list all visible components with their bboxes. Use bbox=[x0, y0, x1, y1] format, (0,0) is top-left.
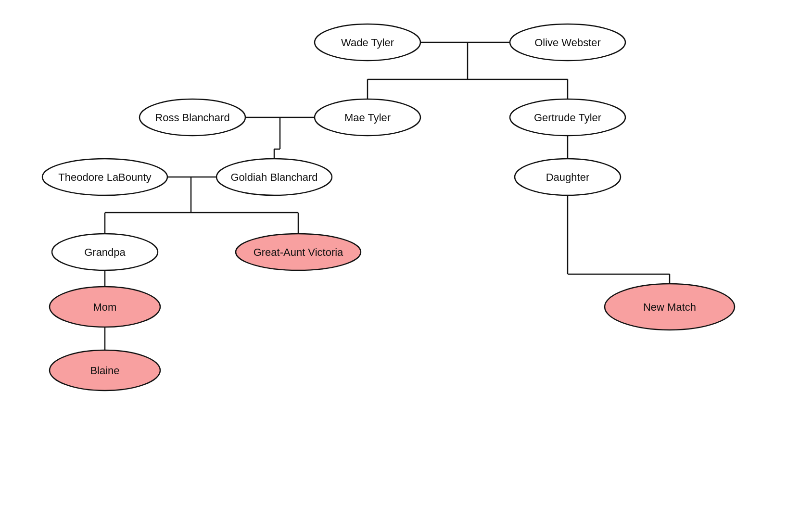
great-aunt-victoria-label: Great-Aunt Victoria bbox=[254, 246, 343, 258]
grandpa-label: Grandpa bbox=[84, 246, 126, 258]
wade-tyler-label: Wade Tyler bbox=[341, 37, 394, 49]
gertrude-tyler-label: Gertrude Tyler bbox=[534, 112, 601, 124]
blaine-label: Blaine bbox=[90, 365, 119, 377]
mae-tyler-label: Mae Tyler bbox=[344, 112, 391, 124]
olive-webster-label: Olive Webster bbox=[534, 37, 601, 49]
theodore-labounty-label: Theodore LaBounty bbox=[58, 171, 151, 183]
ross-blanchard-label: Ross Blanchard bbox=[155, 112, 229, 124]
goldiah-blanchard-label: Goldiah Blanchard bbox=[230, 171, 317, 183]
new-match-label: New Match bbox=[643, 301, 696, 313]
daughter-label: Daughter bbox=[546, 171, 590, 183]
mom-label: Mom bbox=[93, 301, 117, 313]
